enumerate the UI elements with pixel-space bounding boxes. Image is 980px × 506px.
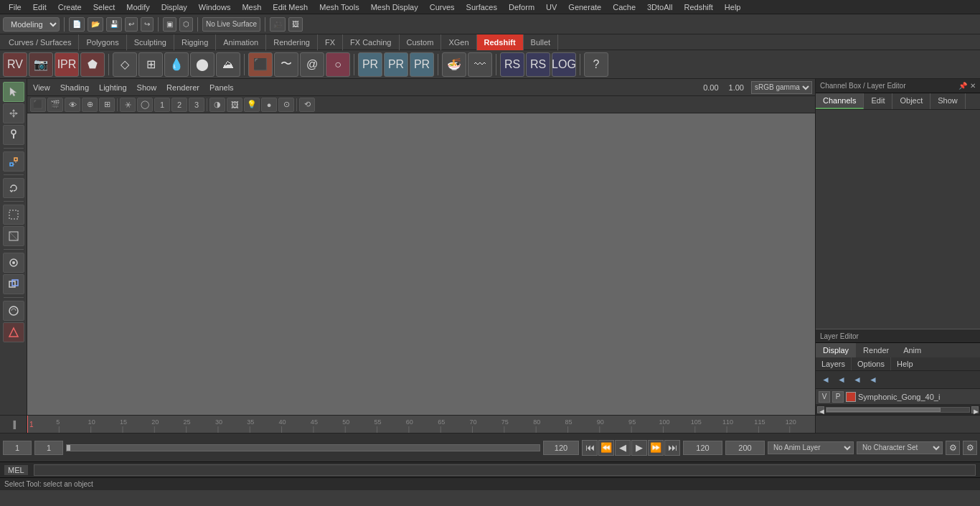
frame-slider-end-input[interactable] [543, 441, 579, 455]
no-live-surface-btn[interactable]: No Live Surface [202, 17, 260, 32]
frame-current-input[interactable] [34, 441, 63, 455]
vp-icon-film[interactable]: 🎬 [47, 98, 63, 112]
vp-menu-shading[interactable]: Shading [57, 82, 92, 93]
vp-icon-camera[interactable]: ⬛ [30, 98, 46, 112]
tab-redshift[interactable]: Redshift [477, 34, 524, 50]
menu-mesh[interactable]: Mesh [236, 1, 267, 13]
menu-deform[interactable]: Deform [503, 1, 540, 13]
frame-slider[interactable] [66, 444, 540, 451]
menu-3dtoall[interactable]: 3DtoAll [641, 1, 678, 13]
tab-xgen[interactable]: XGen [441, 34, 476, 50]
hscroll-right[interactable]: ► [971, 406, 979, 413]
layer-playback-p[interactable]: P [832, 391, 844, 403]
layer-down-arrow-1[interactable]: ◄ [819, 373, 833, 387]
open-scene-btn[interactable]: 📂 [88, 17, 103, 32]
ch-tab-object[interactable]: Object [892, 93, 930, 109]
hscroll-left[interactable]: ◄ [817, 406, 824, 413]
vp-icon-joint[interactable]: ⊕ [82, 98, 98, 112]
shelf-icon-drop[interactable]: 💧 [164, 52, 189, 77]
shelf-icon-rv[interactable]: RV [3, 52, 27, 77]
tab-rendering[interactable]: Rendering [266, 34, 318, 50]
vp-icon-ssao[interactable]: ⊙ [278, 98, 294, 112]
frame-start-input[interactable] [3, 441, 32, 455]
vp-icon-mode1[interactable]: 1 [154, 98, 170, 112]
play-forward[interactable]: ▶ [631, 440, 647, 456]
layer-down-arrow-2[interactable]: ◄ [834, 373, 849, 387]
redshift-render-view[interactable] [3, 322, 24, 342]
vp-menu-panels[interactable]: Panels [207, 82, 237, 93]
shelf-icon-question[interactable]: ? [584, 52, 608, 77]
layer-color-swatch[interactable] [846, 392, 856, 402]
vp-icon-shade[interactable]: ◑ [209, 98, 225, 112]
shelf-icon-ipr-cam[interactable]: 📷 [29, 52, 53, 77]
shelf-icon-sphere[interactable]: ⬤ [190, 52, 215, 77]
play-prev-key[interactable]: ⏪ [598, 440, 614, 456]
display-tool[interactable] [3, 301, 24, 321]
snap-tool[interactable] [3, 253, 24, 273]
vp-icon-mode2[interactable]: 2 [171, 98, 187, 112]
play-go-start[interactable]: ⏮ [582, 440, 598, 456]
anim-layer-dropdown[interactable]: No Anim Layer [768, 441, 854, 454]
layer-tab-render[interactable]: Render [856, 343, 896, 357]
tab-sculpting[interactable]: Sculpting [127, 34, 174, 50]
menu-windows[interactable]: Windows [193, 1, 237, 13]
marquee-tool[interactable] [3, 205, 24, 225]
tab-fx[interactable]: FX [318, 34, 343, 50]
layer-down-arrow-4[interactable]: ◄ [866, 373, 880, 387]
layer-down-arrow-3[interactable]: ◄ [850, 373, 864, 387]
select-tool-btn[interactable]: ▣ [163, 17, 176, 32]
menu-mesh-tools[interactable]: Mesh Tools [314, 1, 364, 13]
menu-cache[interactable]: Cache [607, 1, 641, 13]
shelf-icon-log[interactable]: LOG [552, 52, 576, 77]
vp-icon-shadow[interactable]: ● [261, 98, 277, 112]
layer-tab-anim[interactable]: Anim [896, 343, 928, 357]
play-next-frame[interactable]: ⏩ [648, 440, 664, 456]
play-prev-frame[interactable]: ◀ [615, 440, 631, 456]
orient-tool[interactable] [3, 274, 24, 294]
frame-end-input[interactable] [683, 441, 722, 455]
tab-polygons[interactable]: Polygons [79, 34, 126, 50]
tab-curves-surfaces[interactable]: Curves / Surfaces [1, 34, 79, 50]
render-btn[interactable]: 🖼 [288, 17, 303, 32]
vp-menu-renderer[interactable]: Renderer [164, 82, 202, 93]
vp-menu-show[interactable]: Show [134, 82, 160, 93]
menu-surfaces[interactable]: Surfaces [461, 1, 503, 13]
shelf-icon-pr2[interactable]: PR [384, 52, 408, 77]
menu-edit-mesh[interactable]: Edit Mesh [267, 1, 314, 13]
tab-bullet[interactable]: Bullet [524, 34, 559, 50]
transform-tool[interactable] [3, 151, 24, 172]
select-tool[interactable] [3, 82, 24, 102]
menu-select[interactable]: Select [88, 1, 121, 13]
paint-tool[interactable] [3, 125, 24, 145]
shelf-icon-pr3[interactable]: PR [410, 52, 434, 77]
ch-tab-edit[interactable]: Edit [864, 93, 892, 109]
ch-tab-channels[interactable]: Channels [816, 93, 864, 109]
layer-visibility-v[interactable]: V [819, 391, 830, 403]
options-sub-tab[interactable]: Options [852, 357, 891, 370]
menu-modify[interactable]: Modify [121, 1, 155, 13]
vp-icon-manip[interactable]: ⟲ [299, 98, 315, 112]
play-go-end[interactable]: ⏭ [664, 440, 680, 456]
vp-icon-circle[interactable]: ◯ [137, 98, 153, 112]
menu-mesh-display[interactable]: Mesh Display [365, 1, 424, 13]
timeline-ruler[interactable]: 1 5 10 15 20 25 30 35 40 [27, 416, 815, 433]
menu-generate[interactable]: Generate [562, 1, 607, 13]
shelf-icon-cube[interactable]: ⬛ [248, 52, 273, 77]
shelf-icon-wave[interactable]: 〰 [468, 52, 492, 77]
vp-menu-lighting[interactable]: Lighting [96, 82, 130, 93]
panel-pin-icon[interactable]: 📌 [958, 82, 967, 90]
char-set-btn[interactable]: ⚙ [963, 441, 977, 455]
vp-icon-wire[interactable]: ⊞ [99, 98, 115, 112]
menu-create[interactable]: Create [52, 1, 88, 13]
layer-tab-display[interactable]: Display [816, 343, 856, 357]
mode-dropdown[interactable]: Modeling [3, 17, 60, 32]
shelf-icon-bowl[interactable]: 🍜 [442, 52, 466, 77]
tab-custom[interactable]: Custom [400, 34, 442, 50]
menu-file[interactable]: File [3, 1, 27, 13]
new-scene-btn[interactable]: 📄 [69, 17, 85, 32]
vp-icon-light[interactable]: 💡 [244, 98, 260, 112]
ch-tab-show[interactable]: Show [930, 93, 966, 109]
shelf-icon-rs2[interactable]: RS [526, 52, 550, 77]
tab-fx-caching[interactable]: FX Caching [343, 34, 399, 50]
undo-btn[interactable]: ↩ [125, 17, 138, 32]
